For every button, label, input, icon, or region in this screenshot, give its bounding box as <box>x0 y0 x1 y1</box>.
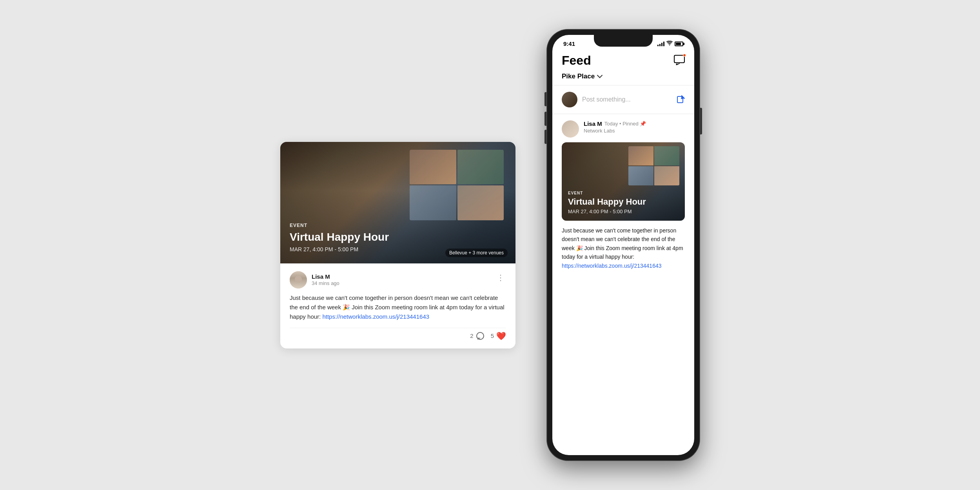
phone-event-title: Virtual Happy Hour <box>568 197 679 207</box>
phone-org: Network Labs <box>584 128 646 134</box>
phone-author-avatar <box>562 120 579 138</box>
phone-post: Lisa M Today • Pinned 📌 Network Labs <box>552 114 694 270</box>
more-icon[interactable]: ⋮ <box>495 271 506 284</box>
phone-notch <box>594 35 653 47</box>
post-time: 34 mins ago <box>312 280 339 286</box>
feed-header: Feed <box>552 50 694 73</box>
wifi-icon <box>666 41 673 47</box>
phone-screen: 9:41 <box>552 35 694 455</box>
zoom-grid <box>410 150 504 220</box>
location-row[interactable]: Pike Place <box>552 73 694 85</box>
user-avatar <box>562 92 577 107</box>
battery-icon <box>675 42 683 46</box>
phone-frame: 9:41 <box>547 29 700 461</box>
like-action[interactable]: 5 ❤️ <box>491 331 506 341</box>
author-info: Lisa M 34 mins ago <box>312 273 339 286</box>
zoom-cell-1 <box>410 150 456 185</box>
phone-author-row: Lisa M Today • Pinned 📌 <box>584 120 646 127</box>
post-header: Lisa M 34 mins ago ⋮ <box>290 271 506 289</box>
phone-author-name: Lisa M <box>584 120 602 127</box>
signal-icon <box>657 42 664 46</box>
card-body: Lisa M 34 mins ago ⋮ Just because we can… <box>280 263 515 348</box>
compose-icon[interactable] <box>676 95 685 104</box>
phone-event-text: EVENT Virtual Happy Hour MAR 27, 4:00 PM… <box>562 186 685 221</box>
phone-mockup: 9:41 <box>547 29 700 461</box>
messages-button[interactable] <box>674 55 685 67</box>
post-placeholder[interactable]: Post something... <box>582 96 671 103</box>
comment-count: 2 <box>470 332 473 339</box>
like-count: 5 <box>491 332 494 339</box>
post-input-row: Post something... <box>552 85 694 114</box>
author-avatar <box>290 271 307 289</box>
phone-post-text: Just because we can't come together in p… <box>562 226 685 270</box>
comment-icon <box>476 332 485 340</box>
author-row: Lisa M 34 mins ago <box>290 271 339 289</box>
status-time: 9:41 <box>563 40 575 47</box>
comment-action[interactable]: 2 <box>470 332 484 340</box>
phone-event-date: MAR 27, 4:00 PM - 5:00 PM <box>568 209 679 214</box>
phone-post-time: Today • Pinned 📌 <box>604 121 646 127</box>
venue-badge: Bellevue + 3 more venues <box>445 249 508 257</box>
svg-point-0 <box>477 332 484 339</box>
phone-zoom-grid <box>628 146 679 185</box>
feed-title: Feed <box>562 53 591 68</box>
status-icons <box>657 41 683 47</box>
location-name: Pike Place <box>562 73 595 80</box>
phone-event-card[interactable]: EVENT Virtual Happy Hour MAR 27, 4:00 PM… <box>562 142 685 221</box>
messages-badge <box>683 54 686 57</box>
phone-event-label: EVENT <box>568 191 679 195</box>
event-title: Virtual Happy Hour <box>290 230 506 244</box>
phone-author-info: Lisa M Today • Pinned 📌 Network Labs <box>584 120 646 134</box>
heart-icon: ❤️ <box>496 331 506 341</box>
post-text: Just because we can't come together in p… <box>290 293 506 321</box>
phone-post-link[interactable]: https://networklabs.zoom.us/j/213441643 <box>562 263 662 269</box>
post-actions: 2 5 ❤️ <box>290 328 506 341</box>
zoom-cell-2 <box>457 150 504 185</box>
author-name: Lisa M <box>312 273 339 280</box>
card-image: EVENT Virtual Happy Hour MAR 27, 4:00 PM… <box>280 142 515 263</box>
phone-post-header: Lisa M Today • Pinned 📌 Network Labs <box>562 120 685 138</box>
event-card: EVENT Virtual Happy Hour MAR 27, 4:00 PM… <box>280 142 515 348</box>
post-link[interactable]: https://networklabs.zoom.us/j/213441643 <box>322 313 429 320</box>
chevron-down-icon <box>597 75 603 78</box>
event-label: EVENT <box>290 223 506 228</box>
